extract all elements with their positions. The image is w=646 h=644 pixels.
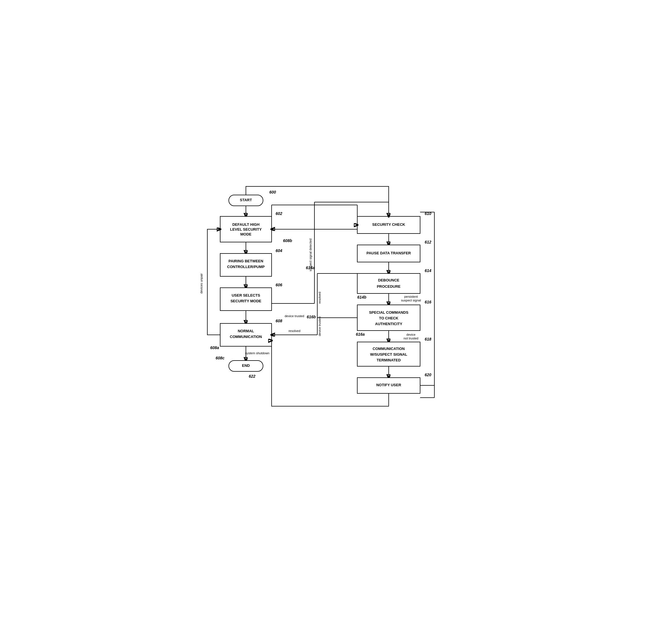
label-614-2: PROCEDURE xyxy=(377,284,400,289)
ref-614b: 614b xyxy=(357,295,366,299)
ref-616b: 616b xyxy=(307,314,316,319)
ref-602: 602 xyxy=(276,211,283,216)
ref-608: 608 xyxy=(276,318,283,323)
label-device-not-trusted-2: not trusted xyxy=(404,337,418,340)
label-614-1: DEBOUNCE xyxy=(378,278,400,282)
label-604-2: CONTROLLER/PUMP xyxy=(227,265,265,269)
label-devices-unpair: devices unpair xyxy=(200,273,203,293)
ref-620: 620 xyxy=(425,373,432,377)
label-device-trusted: device trusted xyxy=(285,314,304,318)
end-label: END xyxy=(242,363,249,368)
node-614 xyxy=(357,273,420,293)
diagram-container: START 600 DEFAULT HIGH LEVEL SECURITY MO… xyxy=(195,186,451,458)
ref-614: 614 xyxy=(425,268,432,273)
ref-612: 612 xyxy=(425,240,432,244)
label-persistent-2: suspect signal xyxy=(401,298,421,302)
label-resolved: resolved xyxy=(289,329,301,333)
ref-606: 606 xyxy=(276,283,283,287)
label-persistent-1: persistent xyxy=(404,295,418,298)
label-606-2: SECURITY MODE xyxy=(230,299,261,303)
label-620: NOTIFY USER xyxy=(376,383,401,387)
label-device-trusted-vert: device trusted xyxy=(318,316,321,336)
ref-608c: 608c xyxy=(216,356,224,360)
top-path xyxy=(246,186,389,216)
ref-616: 616 xyxy=(425,300,432,304)
label-616-3: AUTHENTICITY xyxy=(375,322,402,326)
start-label: START xyxy=(240,198,252,202)
label-608-2: COMMUNICATION xyxy=(230,335,262,339)
label-602-3: MODE xyxy=(240,232,251,236)
label-604-1: PAIRING BETWEEN xyxy=(228,259,263,263)
label-612: PAUSE DATA TRANSFER xyxy=(366,251,411,255)
ref-600: 600 xyxy=(269,190,276,195)
label-618-2: W/SUSPECT SIGNAL xyxy=(370,352,407,357)
label-device-not-trusted-1: device xyxy=(406,333,416,336)
label-602-1: DEFAULT HIGH xyxy=(232,222,259,227)
label-suspect-signal: suspect signal detected xyxy=(309,239,312,271)
label-602-2: LEVEL SECURITY xyxy=(230,227,261,232)
label-system-shutdown: system shutdown xyxy=(245,351,270,355)
ref-608b: 608b xyxy=(283,238,292,243)
label-608-1: NORMAL xyxy=(238,329,254,333)
ref-622: 622 xyxy=(249,374,255,379)
ref-608a: 608a xyxy=(210,346,219,350)
label-616-1: SPECIAL COMMANDS xyxy=(369,310,408,314)
label-resolved-vert: resolved xyxy=(318,292,321,304)
label-606-1: USER SELECTS xyxy=(232,293,260,297)
label-610: SECURITY CHECK xyxy=(372,222,405,227)
ref-618: 618 xyxy=(425,337,432,342)
label-616-2: TO CHECK xyxy=(379,316,398,320)
ref-616a: 616a xyxy=(356,332,365,337)
ref-604: 604 xyxy=(276,248,283,253)
label-618-3: TERMINATED xyxy=(377,358,401,362)
devices-unpair-loop xyxy=(207,229,220,335)
label-618-1: COMMUNICATION xyxy=(373,347,405,351)
